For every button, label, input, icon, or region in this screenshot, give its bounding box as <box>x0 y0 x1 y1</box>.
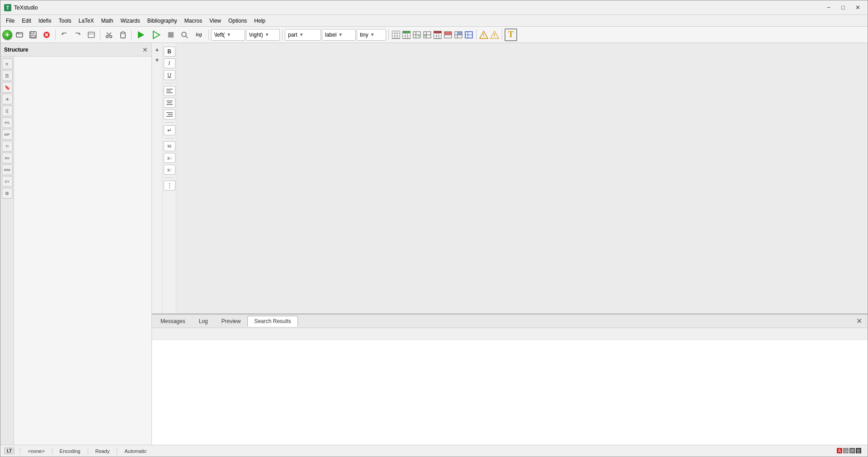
struct-icon-puzzle[interactable]: ⚙ <box>2 188 13 199</box>
close-file-button[interactable] <box>40 29 53 41</box>
svg-rect-2 <box>16 33 23 37</box>
close-button[interactable]: ✕ <box>851 3 864 13</box>
nav-down-button[interactable]: ▼ <box>153 56 162 65</box>
align-left-button[interactable] <box>164 86 175 96</box>
right-bracket-value: \right) <box>249 32 263 38</box>
format-toolbar: B I U ↵ $$ x□ <box>163 43 176 314</box>
right-bracket-dropdown[interactable]: \right) ▼ <box>246 29 280 41</box>
svg-rect-19 <box>168 32 174 38</box>
bottom-toolbar <box>152 328 868 340</box>
structure-close-button[interactable]: ✕ <box>142 46 148 53</box>
undo-button[interactable] <box>58 29 71 41</box>
clear-button[interactable] <box>85 29 98 41</box>
save-button[interactable] <box>27 29 39 41</box>
table-blue-2[interactable] <box>464 30 474 40</box>
more-button[interactable]: ⋮ <box>164 181 175 190</box>
table-blue-1[interactable] <box>453 30 463 40</box>
underline-button[interactable]: U <box>164 70 175 80</box>
bold-button[interactable]: B <box>164 47 175 57</box>
toolbar-sep-2 <box>100 29 100 40</box>
part-dropdown[interactable]: part ▼ <box>285 29 321 41</box>
warning-icon-1[interactable]: ! <box>479 30 489 40</box>
build-run-button[interactable] <box>134 29 148 41</box>
italic-button[interactable]: I <box>164 58 175 68</box>
struct-icon-lines[interactable]: ≡ <box>2 58 13 69</box>
menu-item-options[interactable]: Options <box>225 16 250 25</box>
menu-item-idefix[interactable]: Idefix <box>35 16 55 25</box>
struct-icon-mp[interactable]: MP <box>2 129 13 140</box>
superscript-button[interactable]: x□ <box>164 165 175 175</box>
stop-button[interactable] <box>165 29 177 41</box>
struct-icon-ti[interactable]: TI <box>2 141 13 152</box>
menu-item-math[interactable]: Math <box>98 16 117 25</box>
table-col-green[interactable] <box>401 30 411 40</box>
log-button[interactable]: log <box>192 29 206 41</box>
part-value: part <box>288 32 297 38</box>
table-row-insert[interactable]: + <box>422 30 432 40</box>
svg-text:拼: 拼 <box>850 448 854 453</box>
cut-button[interactable] <box>103 29 115 41</box>
nav-up-button[interactable]: ▲ <box>153 45 162 54</box>
struct-icon-wm[interactable]: WM <box>2 164 13 175</box>
newline-button[interactable]: ↵ <box>164 125 175 135</box>
maximize-button[interactable]: □ <box>837 3 849 13</box>
left-bracket-arrow: ▼ <box>226 32 231 37</box>
menu-item-file[interactable]: File <box>2 16 18 25</box>
left-bracket-dropdown[interactable]: \left( ▼ <box>211 29 245 41</box>
menu-item-edit[interactable]: Edit <box>18 16 35 25</box>
struct-icon-ast[interactable]: ✳ <box>2 94 13 105</box>
bottom-panel-close-button[interactable]: ✕ <box>853 317 866 325</box>
menu-item-help[interactable]: Help <box>250 16 269 25</box>
status-automatic: Automatic <box>123 448 148 454</box>
table-icon-1[interactable] <box>391 30 401 40</box>
tab-log[interactable]: Log <box>192 316 215 327</box>
svg-line-21 <box>186 36 188 38</box>
struct-icon-bookmark[interactable]: 🔖 <box>2 82 13 93</box>
tab-preview[interactable]: Preview <box>215 316 248 327</box>
structure-inner: ≡ ☰ 🔖 ✳ ({ PS MP TI AS WM XY ⚙ <box>0 57 151 445</box>
editor-area[interactable] <box>176 43 868 314</box>
bottom-tabs-bar: Messages Log Preview Search Results ✕ <box>152 314 868 328</box>
size-arrow: ▼ <box>370 32 375 37</box>
warning-icon-2[interactable]: ! <box>490 30 500 40</box>
compile-button[interactable] <box>149 29 164 41</box>
toolbar-sep-5 <box>282 29 283 40</box>
redo-button[interactable] <box>71 29 84 41</box>
table-red-2[interactable] <box>443 30 453 40</box>
tab-search-results[interactable]: Search Results <box>247 316 297 327</box>
menu-item-tools[interactable]: Tools <box>55 16 75 25</box>
struct-icon-as[interactable]: AS <box>2 152 13 163</box>
app-icon: T <box>4 4 11 11</box>
struct-icon-list[interactable]: ☰ <box>2 70 13 81</box>
label-dropdown[interactable]: label ▼ <box>322 29 356 41</box>
align-center-button[interactable] <box>164 98 175 108</box>
tab-messages[interactable]: Messages <box>154 316 192 327</box>
structure-title: Structure <box>4 47 28 53</box>
struct-icon-xy[interactable]: XY <box>2 176 13 187</box>
struct-icon-bracket[interactable]: ({ <box>2 105 13 116</box>
table-col-insert[interactable]: + <box>412 30 422 40</box>
search-button[interactable] <box>178 29 191 41</box>
center-area: ▲ ▼ B I U ↵ $$ <box>152 43 868 445</box>
menu-item-wizards[interactable]: Wizards <box>117 16 143 25</box>
svg-rect-36 <box>458 32 462 35</box>
svg-text:T: T <box>6 5 9 10</box>
menu-item-bibliography[interactable]: Bibliography <box>144 16 181 25</box>
minimize-button[interactable]: − <box>822 3 835 13</box>
format-sep-2 <box>165 122 174 123</box>
menu-item-latex[interactable]: LaTeX <box>75 16 98 25</box>
paste-button[interactable] <box>116 29 129 41</box>
open-button[interactable] <box>13 29 26 41</box>
math-display-button[interactable]: $$ <box>164 141 175 151</box>
toolbar-sep-3 <box>131 29 132 40</box>
align-right-button[interactable] <box>164 109 175 119</box>
menu-item-view[interactable]: View <box>206 16 225 25</box>
new-document-button[interactable]: + <box>2 30 12 40</box>
subscript-button[interactable]: x□ <box>164 153 175 163</box>
struct-icon-ps[interactable]: PS <box>2 117 13 128</box>
menu-item-macros[interactable]: Macros <box>181 16 206 25</box>
size-dropdown[interactable]: tiny ▼ <box>357 29 386 41</box>
bottom-content <box>152 340 868 445</box>
text-icon[interactable]: T <box>505 29 517 41</box>
table-col-red[interactable] <box>433 30 443 40</box>
